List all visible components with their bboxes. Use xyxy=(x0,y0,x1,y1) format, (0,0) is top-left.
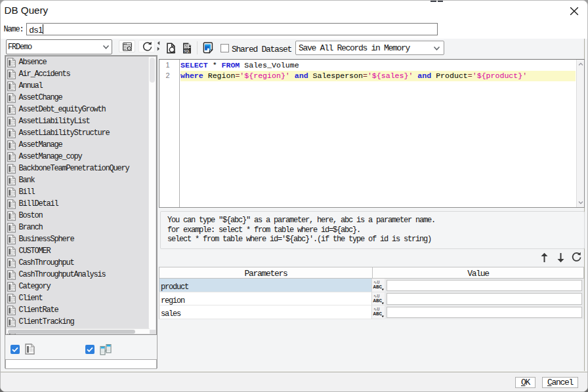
svg-text:SQL: SQL xyxy=(184,50,190,53)
svg-text:ABC: ABC xyxy=(373,284,383,290)
svg-text:ABC: ABC xyxy=(373,311,383,317)
svg-text:ABC: ABC xyxy=(373,298,383,304)
